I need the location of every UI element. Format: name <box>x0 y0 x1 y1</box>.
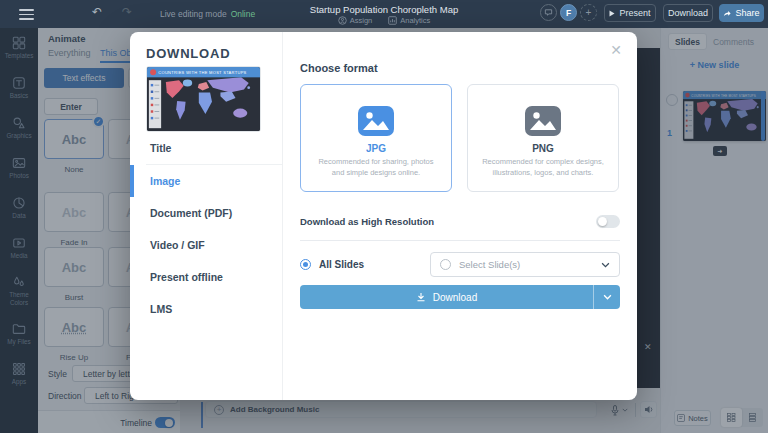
topbar-download-button[interactable]: Download <box>663 4 713 22</box>
assign-icon <box>338 16 347 25</box>
modal-download-button[interactable]: Download <box>300 285 620 309</box>
add-collaborator-button[interactable]: + <box>580 4 597 21</box>
menu-item-title[interactable]: Title <box>130 132 282 164</box>
menu-item-document-pdf[interactable]: Document (PDF) <box>130 197 282 229</box>
analytics-button[interactable]: Analytics <box>388 16 430 25</box>
download-options-caret[interactable] <box>594 285 620 309</box>
download-button-main[interactable]: Download <box>300 285 594 309</box>
topbar: ↶ ↷ Live editing modeOnline Startup Popu… <box>0 0 768 28</box>
present-button[interactable]: Present <box>604 4 656 22</box>
download-modal-sidebar: DOWNLOAD Title Image Document (PDF) Vide… <box>130 32 283 400</box>
format-name: PNG <box>532 143 554 154</box>
menu-item-image[interactable]: Image <box>130 165 282 197</box>
assign-button[interactable]: Assign <box>338 16 373 25</box>
download-format-menu: Title Image Document (PDF) Video / GIF P… <box>130 132 282 325</box>
close-icon[interactable]: ✕ <box>610 43 622 57</box>
share-icon <box>723 9 731 17</box>
format-card-jpg[interactable]: JPG Recommended for sharing, photos and … <box>300 84 452 192</box>
app-root: COUNTRIES WITH THE MOST STARTUPS ↶ ↷ Liv… <box>0 0 768 433</box>
all-slides-radio[interactable] <box>300 259 311 270</box>
format-description: Recommended for complex designs, illustr… <box>468 157 618 178</box>
all-slides-label: All Slides <box>319 259 364 270</box>
project-thumbnail <box>146 66 261 132</box>
download-icon <box>416 292 426 302</box>
high-resolution-label: Download as High Resolution <box>300 216 434 227</box>
select-slides-label: Select Slide(s) <box>459 259 593 270</box>
modal-divider <box>300 240 620 241</box>
menu-item-present-offline[interactable]: Present offline <box>130 261 282 293</box>
share-button[interactable]: Share <box>719 4 764 22</box>
modal-title: DOWNLOAD <box>146 46 230 61</box>
avatar[interactable]: F <box>560 4 577 21</box>
format-card-png[interactable]: PNG Recommended for complex designs, ill… <box>467 84 619 192</box>
image-icon <box>358 106 394 136</box>
comments-icon[interactable] <box>540 4 557 21</box>
chevron-down-icon <box>603 294 612 300</box>
menu-item-video-gif[interactable]: Video / GIF <box>130 229 282 261</box>
choose-format-heading: Choose format <box>300 62 378 74</box>
chevron-down-icon <box>601 262 610 268</box>
image-icon <box>525 106 561 136</box>
high-resolution-toggle[interactable] <box>596 215 620 228</box>
download-modal: DOWNLOAD Title Image Document (PDF) Vide… <box>130 32 637 400</box>
select-slides-radio[interactable] <box>440 259 451 270</box>
analytics-icon <box>388 16 397 25</box>
select-slides-dropdown[interactable]: Select Slide(s) <box>430 252 620 277</box>
format-description: Recommended for sharing, photos and simp… <box>301 157 451 178</box>
menu-item-lms[interactable]: LMS <box>130 293 282 325</box>
format-name: JPG <box>366 143 386 154</box>
play-icon <box>609 10 615 17</box>
